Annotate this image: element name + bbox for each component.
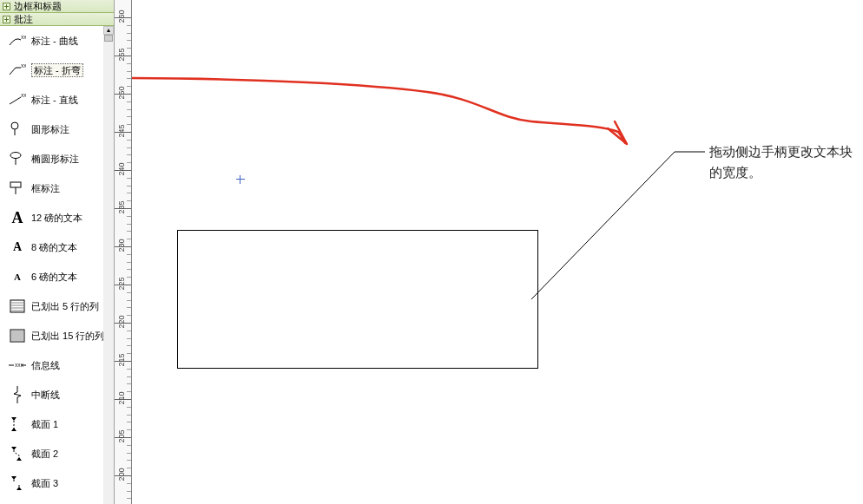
section-icon	[9, 445, 26, 462]
svg-marker-25	[11, 417, 16, 421]
ruled-lines-icon	[9, 327, 26, 344]
panel-label: 边框和标题	[14, 0, 62, 13]
text-block-shape[interactable]	[177, 230, 538, 369]
tool-text-8pt[interactable]: A 8 磅的文本	[0, 232, 114, 262]
callout-text[interactable]: 拖动侧边手柄更改文本块的宽度。	[709, 141, 861, 183]
svg-marker-30	[16, 487, 22, 490]
tool-label: 标注 - 折弯	[31, 63, 83, 77]
svg-marker-29	[11, 476, 16, 480]
panel-annotation[interactable]: 批注	[0, 13, 114, 26]
tool-ruled-5[interactable]: 已划出 5 行的列	[0, 291, 114, 321]
svg-point-3	[11, 122, 18, 129]
tool-label-bend[interactable]: XXX 标注 - 折弯	[0, 56, 114, 85]
tool-text-6pt[interactable]: A 6 磅的文本	[0, 262, 114, 291]
break-line-icon	[9, 386, 26, 403]
tool-section-1[interactable]: 截面 1	[0, 409, 114, 439]
svg-point-5	[10, 153, 21, 159]
tool-label: 标注 - 曲线	[31, 35, 78, 47]
ellipse-label-icon	[9, 150, 26, 167]
tool-label: 12 磅的文本	[31, 212, 82, 224]
svg-marker-27	[11, 447, 16, 450]
vertical-ruler: 260255250245240235230225220215210205200	[115, 0, 132, 504]
scroll-up-icon[interactable]: ▴	[103, 26, 114, 35]
tool-break-line[interactable]: 中断线	[0, 380, 114, 409]
curve-label-icon: XXX	[9, 32, 26, 49]
panel-border-title[interactable]: 边框和标题	[0, 0, 114, 13]
tool-label-line[interactable]: XXX 标注 - 直线	[0, 85, 114, 115]
tool-label: 中断线	[31, 389, 60, 401]
palette-scrollbar[interactable]: ▴	[103, 26, 114, 504]
section-icon	[9, 475, 26, 492]
ruled-lines-icon	[9, 298, 26, 315]
text-a-icon: A	[9, 239, 26, 256]
tool-label: 椭圆形标注	[31, 153, 79, 165]
text-a-icon: A	[9, 268, 26, 285]
svg-text:XXX: XXX	[21, 35, 26, 40]
tool-ellipse-label[interactable]: 椭圆形标注	[0, 144, 114, 173]
scroll-thumb[interactable]	[104, 35, 113, 42]
tool-label: 8 磅的文本	[31, 241, 77, 253]
text-a-icon: A	[9, 209, 26, 226]
box-label-icon	[9, 180, 26, 197]
tool-label-curve[interactable]: XXX 标注 - 曲线	[0, 26, 114, 56]
panel-label: 批注	[14, 13, 33, 26]
tool-label: 已划出 15 行的列	[31, 330, 104, 342]
svg-marker-28	[16, 457, 22, 461]
expand-icon	[3, 3, 10, 10]
tool-label: 信息线	[31, 359, 60, 371]
expand-icon	[3, 16, 10, 23]
section-icon	[9, 416, 26, 433]
line-label-icon: XXX	[9, 91, 26, 108]
app-root: 边框和标题 批注 XXX 标注 - 曲线 XXX 标注 - 折弯 XXX	[0, 0, 863, 504]
tool-label: 6 磅的文本	[31, 271, 77, 283]
tool-info-line[interactable]: XXX 信息线	[0, 350, 114, 380]
tool-palette: 边框和标题 批注 XXX 标注 - 曲线 XXX 标注 - 折弯 XXX	[0, 0, 115, 504]
tool-list: XXX 标注 - 曲线 XXX 标注 - 折弯 XXX 标注 - 直线	[0, 26, 114, 504]
bend-label-icon: XXX	[9, 62, 26, 79]
svg-marker-26	[11, 428, 16, 431]
svg-rect-7	[10, 182, 21, 187]
tool-label: 截面 3	[31, 477, 58, 489]
tool-label: 标注 - 直线	[31, 94, 78, 106]
tool-box-label[interactable]: 框标注	[0, 173, 114, 203]
tool-label: 截面 2	[31, 448, 58, 460]
tool-label: 已划出 5 行的列	[31, 300, 99, 312]
tool-label: 截面 1	[31, 418, 58, 430]
info-line-icon: XXX	[9, 357, 26, 374]
tool-circle-label[interactable]: 圆形标注	[0, 115, 114, 144]
tool-ruled-15[interactable]: 已划出 15 行的列	[0, 321, 114, 350]
tool-text-12pt[interactable]: A 12 磅的文本	[0, 203, 114, 232]
crosshair-cursor	[236, 175, 245, 184]
tool-section-3[interactable]: 截面 3	[0, 468, 114, 498]
svg-text:XXX: XXX	[21, 94, 26, 98]
tool-label: 框标注	[31, 182, 60, 194]
tool-section-2[interactable]: 截面 2	[0, 439, 114, 468]
drawing-canvas[interactable]: 拖动侧边手柄更改文本块的宽度。	[132, 0, 863, 504]
svg-text:XXX: XXX	[21, 64, 26, 69]
circle-label-icon	[9, 121, 26, 138]
tool-label: 圆形标注	[31, 123, 69, 135]
